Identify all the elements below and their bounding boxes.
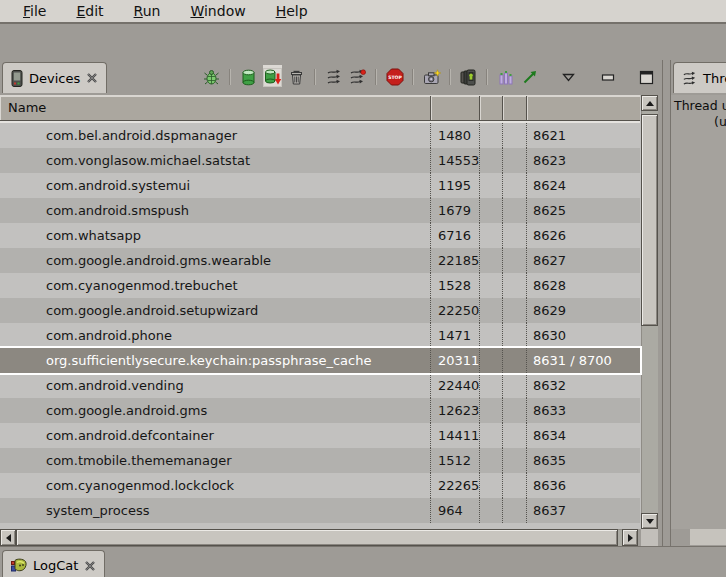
profiling-arrow-icon[interactable] bbox=[520, 68, 539, 87]
menu-window[interactable]: Window bbox=[177, 1, 258, 21]
process-name: com.android.smspush bbox=[0, 198, 431, 223]
maximize-icon[interactable] bbox=[637, 68, 656, 87]
threads-message-line1: Thread updates not enabled for selected … bbox=[674, 98, 726, 114]
column-header-port[interactable] bbox=[527, 96, 640, 120]
column-header-blank1[interactable] bbox=[480, 96, 503, 120]
process-name: com.cyanogenmod.trebuchet bbox=[0, 273, 431, 298]
scroll-up-button[interactable] bbox=[641, 95, 658, 111]
blank-cell bbox=[480, 173, 503, 198]
table-row[interactable]: org.sufficientlysecure.keychain:passphra… bbox=[0, 348, 640, 373]
menu-run[interactable]: Run bbox=[121, 1, 174, 21]
scrollbar-corner bbox=[641, 529, 658, 546]
blank-cell bbox=[480, 448, 503, 473]
process-pid: 12623 bbox=[431, 398, 480, 423]
process-pid: 20311 bbox=[431, 348, 480, 373]
blank-cell bbox=[480, 348, 503, 373]
debug-process-icon[interactable] bbox=[202, 68, 221, 87]
process-pid: 22185 bbox=[431, 248, 480, 273]
process-pid: 1480 bbox=[431, 123, 480, 148]
horizontal-scrollbar[interactable] bbox=[0, 529, 638, 546]
process-name: com.android.vending bbox=[0, 373, 431, 398]
tab-threads[interactable]: Threads bbox=[673, 62, 726, 93]
blank-cell bbox=[480, 298, 503, 323]
process-port: 8633 bbox=[527, 398, 640, 423]
table-row[interactable]: com.bel.android.dspmanager14808621 bbox=[0, 123, 640, 148]
process-port: 8624 bbox=[527, 173, 640, 198]
down-arrow-icon bbox=[646, 519, 654, 524]
vertical-scrollbar[interactable] bbox=[641, 95, 658, 529]
table-row[interactable]: com.android.systemui11958624 bbox=[0, 173, 640, 198]
process-pid: 14553 bbox=[431, 148, 480, 173]
process-pid: 14411 bbox=[431, 423, 480, 448]
stop-process-icon[interactable]: STOP bbox=[385, 68, 404, 87]
tab-logcat[interactable]: LogCat bbox=[2, 550, 105, 577]
tab-devices[interactable]: Devices bbox=[2, 62, 107, 93]
blank-cell bbox=[503, 373, 527, 398]
process-port: 8628 bbox=[527, 273, 640, 298]
table-row[interactable]: com.google.android.gms126238633 bbox=[0, 398, 640, 423]
cause-gc-icon[interactable] bbox=[287, 68, 306, 87]
update-threads-icon[interactable] bbox=[324, 68, 343, 87]
blank-cell bbox=[503, 498, 527, 523]
vertical-scrollbar-thumb[interactable] bbox=[641, 114, 658, 326]
process-list: com.bel.android.dspmanager14808621com.vo… bbox=[0, 123, 640, 523]
table-row[interactable]: com.google.android.setupwizard222508629 bbox=[0, 298, 640, 323]
logcat-icon bbox=[11, 558, 27, 573]
table-row[interactable]: com.google.android.gms.wearable221858627 bbox=[0, 248, 640, 273]
table-row[interactable]: com.tmobile.thememanager15128635 bbox=[0, 448, 640, 473]
column-header-name[interactable]: Name bbox=[0, 96, 431, 120]
process-pid: 1471 bbox=[431, 323, 480, 348]
column-header-blank2[interactable] bbox=[503, 96, 527, 120]
process-name: org.sufficientlysecure.keychain:passphra… bbox=[0, 348, 431, 373]
scroll-down-button[interactable] bbox=[641, 513, 658, 529]
process-port: 8625 bbox=[527, 198, 640, 223]
table-row[interactable]: com.android.smspush16798625 bbox=[0, 198, 640, 223]
table-row[interactable]: com.cyanogenmod.trebuchet15288628 bbox=[0, 273, 640, 298]
sysinfo-icon[interactable] bbox=[496, 68, 515, 87]
minimize-icon[interactable] bbox=[598, 68, 617, 87]
process-port: 8637 bbox=[527, 498, 640, 523]
table-row[interactable]: com.android.defcontainer144118634 bbox=[0, 423, 640, 448]
dump-hprof-icon[interactable] bbox=[263, 68, 282, 87]
process-pid: 22250 bbox=[431, 298, 480, 323]
column-header-pid[interactable] bbox=[431, 96, 480, 120]
horizontal-scrollbar-thumb[interactable] bbox=[16, 529, 618, 546]
scroll-right-button[interactable] bbox=[622, 529, 638, 546]
close-icon[interactable] bbox=[84, 560, 96, 572]
toolbar-separator bbox=[375, 69, 377, 85]
table-row[interactable]: com.cyanogenmod.lockclock222658636 bbox=[0, 473, 640, 498]
menu-edit[interactable]: Edit bbox=[63, 1, 116, 21]
process-port: 8631 / 8700 bbox=[527, 348, 640, 373]
table-row[interactable]: com.android.phone14718630 bbox=[0, 323, 640, 348]
method-profiling-icon[interactable] bbox=[348, 68, 367, 87]
blank-cell bbox=[503, 473, 527, 498]
process-port: 8632 bbox=[527, 373, 640, 398]
blank-cell bbox=[480, 423, 503, 448]
process-name: com.google.android.setupwizard bbox=[0, 298, 431, 323]
threads-tabbar: Threads bbox=[671, 60, 726, 93]
process-port: 8629 bbox=[527, 298, 640, 323]
logcat-bar: LogCat bbox=[0, 546, 726, 577]
view-menu-icon[interactable] bbox=[559, 68, 578, 87]
table-row[interactable]: com.vonglasow.michael.satstat145538623 bbox=[0, 148, 640, 173]
process-name: com.cyanogenmod.lockclock bbox=[0, 473, 431, 498]
scroll-left-button[interactable] bbox=[0, 529, 16, 546]
blank-cell bbox=[503, 148, 527, 173]
table-row[interactable]: system_process9648637 bbox=[0, 498, 640, 523]
menu-file[interactable]: File bbox=[10, 1, 59, 21]
threads-message-line2: (use toolbar button to enable) bbox=[674, 114, 726, 130]
device-screen-icon[interactable] bbox=[459, 68, 478, 87]
process-name: com.vonglasow.michael.satstat bbox=[0, 148, 431, 173]
table-row[interactable]: com.whatsapp67168626 bbox=[0, 223, 640, 248]
screen-capture-icon[interactable] bbox=[422, 68, 441, 87]
process-pid: 1195 bbox=[431, 173, 480, 198]
table-row[interactable]: com.android.vending224408632 bbox=[0, 373, 640, 398]
update-heap-icon[interactable] bbox=[239, 68, 258, 87]
threads-bottom-strip bbox=[690, 529, 726, 545]
menu-help[interactable]: Help bbox=[263, 1, 321, 21]
close-icon[interactable] bbox=[86, 72, 98, 84]
blank-cell bbox=[503, 448, 527, 473]
process-name: com.android.defcontainer bbox=[0, 423, 431, 448]
process-pid: 22440 bbox=[431, 373, 480, 398]
toolbar-separator bbox=[229, 69, 231, 85]
